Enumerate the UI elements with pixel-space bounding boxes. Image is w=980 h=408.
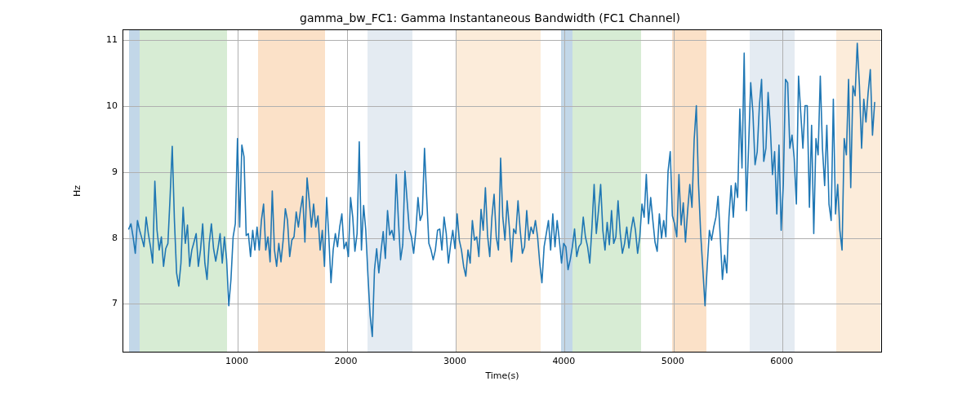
y-axis-label: Hz (72, 29, 88, 353)
y-tick-label: 11 (90, 34, 118, 45)
y-tick-label: 10 (90, 100, 118, 110)
x-tick-label: 3000 (430, 356, 479, 366)
x-axis-label: Time(s) (122, 370, 882, 381)
x-tick-label: 1000 (212, 356, 261, 366)
data-line (123, 30, 881, 352)
x-tick-label: 6000 (757, 356, 806, 366)
y-tick-label: 8 (90, 232, 118, 242)
y-tick-label: 7 (90, 298, 118, 308)
x-tick-label: 5000 (648, 356, 697, 366)
y-tick-label: 9 (90, 166, 118, 176)
plot-area (122, 29, 882, 353)
figure: gamma_bw_FC1: Gamma Instantaneous Bandwi… (0, 0, 980, 408)
x-tick-label: 4000 (539, 356, 588, 366)
chart-title: gamma_bw_FC1: Gamma Instantaneous Bandwi… (0, 11, 980, 24)
x-tick-label: 2000 (322, 356, 371, 366)
